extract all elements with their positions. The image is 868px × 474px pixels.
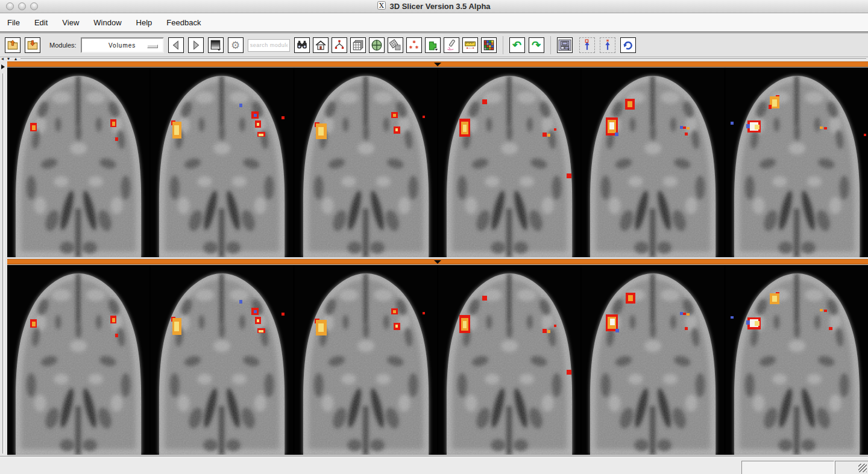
vertical-sash-groove[interactable] — [2, 73, 4, 454]
brain-mri-slice — [295, 67, 437, 257]
module-search-button[interactable] — [294, 37, 310, 53]
expand-panel-arrow-icon[interactable] — [1, 64, 5, 69]
slice-controller-bar-1[interactable] — [7, 61, 868, 67]
modules-selected-value: Volumes — [108, 42, 136, 49]
slice-cell-row2-col2[interactable] — [149, 265, 293, 455]
compare-view-lightbox — [7, 61, 868, 456]
activation-overlay-spot — [174, 125, 179, 135]
activation-overlay-spot — [615, 329, 619, 332]
save-scene-button[interactable] — [25, 37, 40, 53]
module-home-button[interactable] — [313, 37, 329, 53]
slice-cell-row2-col6[interactable] — [725, 265, 868, 455]
load-scene-button[interactable] — [5, 37, 20, 53]
activation-overlay-spot — [772, 99, 777, 107]
activation-overlay-spot — [567, 173, 571, 178]
activation-overlay-spot — [746, 320, 750, 325]
screen-layout-button[interactable] — [557, 37, 573, 53]
menu-bar: FileEditViewWindowHelpFeedback — [0, 13, 868, 31]
module-measurements-button[interactable] — [444, 37, 459, 53]
panel-splitter-strip[interactable]: ◂ ▾ ▴ — [0, 57, 868, 61]
fiducial-arrow-star-icon — [602, 39, 614, 51]
slice-cell-row2-col3[interactable] — [294, 265, 437, 455]
menu-item-file[interactable]: File — [7, 18, 20, 27]
activation-overlay-spot — [615, 133, 618, 136]
data-tree-icon — [333, 39, 345, 51]
rotate-refresh-icon — [622, 39, 634, 51]
x11-icon: X — [377, 1, 386, 12]
slice-cell-row1-col3[interactable] — [294, 67, 437, 257]
undo-button[interactable]: ↶ — [509, 37, 525, 53]
modules-next-button[interactable] — [188, 37, 204, 53]
minimize-button[interactable] — [18, 2, 26, 10]
place-fiducial-mode-button[interactable] — [600, 37, 615, 53]
redo-button[interactable]: ↷ — [529, 37, 544, 53]
module-panel-sash[interactable] — [0, 61, 7, 456]
slice-cell-row1-col4[interactable] — [437, 67, 580, 257]
gear-icon: ⚙ — [231, 40, 240, 51]
search-modules-input[interactable] — [248, 39, 290, 52]
slice-menu-triangle-icon — [434, 63, 441, 66]
window-resize-grip[interactable] — [858, 464, 867, 472]
brain-mri-slice — [295, 265, 437, 455]
slice-controller-bar-2[interactable] — [7, 259, 868, 264]
activation-overlay-spot — [318, 127, 324, 136]
activation-overlay-spot — [554, 128, 556, 131]
activation-overlay-spot — [393, 310, 396, 313]
module-data-button[interactable] — [332, 37, 347, 53]
activation-overlay-spot — [463, 321, 467, 328]
svg-text:X: X — [380, 2, 385, 10]
menu-item-window[interactable]: Window — [93, 18, 121, 27]
activation-overlay-spot — [395, 325, 398, 328]
module-colors-button[interactable] — [481, 37, 497, 53]
menu-item-edit[interactable]: Edit — [34, 18, 48, 27]
layout-gradient-icon — [210, 39, 222, 51]
module-editor-button[interactable] — [425, 37, 441, 53]
activation-overlay-spot — [239, 104, 242, 107]
activation-overlay-spot — [542, 133, 547, 137]
slice-cell-row1-col1[interactable] — [7, 67, 149, 257]
toolbar-separator — [550, 36, 551, 54]
activation-overlay-spot — [829, 327, 832, 330]
window-title: 3D Slicer Version 3.5 Alpha — [389, 2, 490, 11]
module-config-button[interactable]: ⚙ — [228, 37, 244, 53]
module-models-button[interactable] — [369, 37, 385, 53]
activation-overlay-spot — [318, 323, 324, 332]
module-volumes-button[interactable] — [350, 37, 366, 53]
slice-cell-row2-col5[interactable] — [580, 265, 724, 455]
splitter-up-arrow-icon[interactable]: ▴ — [14, 56, 17, 61]
modules-previous-button[interactable] — [168, 37, 184, 53]
activation-overlay-spot — [554, 325, 556, 327]
slice-cell-row1-col5[interactable] — [580, 67, 724, 257]
brain-mri-slice — [582, 67, 724, 257]
slice-cell-row2-col4[interactable] — [437, 265, 580, 455]
activation-overlay-spot — [755, 321, 760, 326]
colors-icon — [483, 39, 495, 51]
splitter-groove[interactable] — [20, 58, 866, 60]
arrow-left-icon — [170, 39, 182, 51]
menu-item-help[interactable]: Help — [136, 18, 153, 27]
slice-cell-row1-col2[interactable] — [149, 67, 293, 257]
activation-overlay-spot — [115, 334, 118, 337]
module-ruler-button[interactable] — [462, 37, 478, 53]
dropdown-dash-icon — [147, 45, 158, 48]
slice-cell-row2-col1[interactable] — [7, 265, 149, 455]
mouse-pick-mode-button[interactable] — [579, 37, 595, 53]
menu-item-feedback[interactable]: Feedback — [166, 18, 201, 27]
brain-mri-slice — [151, 67, 293, 257]
title-bar[interactable]: X 3D Slicer Version 3.5 Alpha — [0, 0, 868, 13]
rock-view-button[interactable] — [620, 37, 636, 53]
splitter-left-arrow-icon[interactable]: ◂ — [1, 56, 4, 61]
main-toolbar: Modules: Volumes ⚙ ↶↷ — [0, 34, 868, 57]
activation-overlay-spot — [393, 114, 396, 117]
module-transforms-button[interactable] — [388, 37, 403, 53]
slice-cell-row1-col6[interactable] — [725, 67, 868, 257]
layout-select-button[interactable] — [208, 37, 224, 53]
close-button[interactable] — [6, 2, 14, 10]
menu-item-view[interactable]: View — [62, 18, 79, 27]
activation-overlay-spot — [257, 319, 259, 322]
modules-dropdown[interactable]: Volumes — [81, 37, 164, 53]
zoom-button[interactable] — [30, 2, 38, 10]
activation-overlay-spot — [174, 322, 179, 331]
module-fiducials-button[interactable] — [406, 37, 422, 53]
splitter-down-arrow-icon[interactable]: ▾ — [7, 56, 10, 61]
